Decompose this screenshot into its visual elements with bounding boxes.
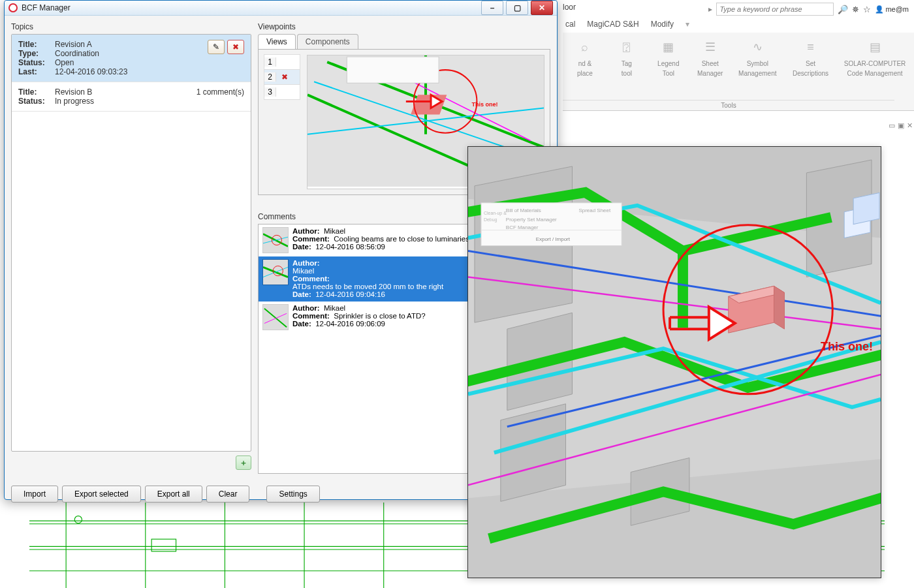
field-value: 12-04-2016 09:04:16 xyxy=(315,290,385,298)
field-value: In progress xyxy=(55,97,94,106)
ribbon-tool[interactable]: ∿SymbolManagement xyxy=(735,37,780,77)
pencil-icon: ✎ xyxy=(213,42,219,52)
minimize-button[interactable]: – xyxy=(481,1,503,15)
tool-icon: ☰ xyxy=(700,37,721,57)
tool-label: Legend xyxy=(657,60,679,67)
x-icon: ✖ xyxy=(281,72,288,82)
tool-icon: ▦ xyxy=(658,37,679,57)
ribbon-tool[interactable]: ⌕nd &place xyxy=(568,37,602,77)
svg-text:Bill of Materials: Bill of Materials xyxy=(506,208,541,213)
star-icon[interactable]: ☆ xyxy=(863,5,871,14)
maximize-button[interactable]: ▢ xyxy=(506,1,528,15)
field-value: 12-04-2016 08:56:09 xyxy=(315,243,385,251)
field-label: Author: xyxy=(292,259,320,267)
ribbon-tabs: cal MagiCAD S&H Modify ▾ xyxy=(563,18,914,33)
user-menu[interactable]: 👤 me@m xyxy=(875,5,909,14)
tool-label: Tool xyxy=(663,70,674,77)
title-bar[interactable]: BCF Manager – ▢ ✕ xyxy=(5,1,557,16)
view-row[interactable]: 3 xyxy=(264,84,300,100)
close-button[interactable]: ✕ xyxy=(531,1,553,15)
svg-rect-62 xyxy=(853,193,879,224)
svg-rect-23 xyxy=(347,57,439,83)
field-value: Revision A xyxy=(55,40,92,49)
tool-icon: ⌕ xyxy=(575,37,595,57)
chevron-right-icon: ▸ xyxy=(708,5,712,14)
svg-text:Clean-up &: Clean-up & xyxy=(484,211,507,216)
clear-button[interactable]: Clear xyxy=(206,486,250,503)
field-value: 12-04-2016 09:06:09 xyxy=(315,320,385,328)
ribbon-tool[interactable]: ☰SheetManager xyxy=(693,37,727,77)
comment-thumb xyxy=(262,227,289,253)
field-value: ATDs needs to be moved 200 mm to the rig… xyxy=(292,283,443,290)
view-row[interactable]: 1 xyxy=(264,54,300,70)
ribbon-tab[interactable]: cal xyxy=(565,20,575,29)
ribbon-tool[interactable]: ▤SOLAR-COMPUTERCode Management xyxy=(841,37,909,77)
view-number: 3 xyxy=(264,87,276,97)
edit-topic-button[interactable]: ✎ xyxy=(208,40,225,54)
settings-button[interactable]: Settings xyxy=(266,486,319,503)
add-topic-row: ＋ xyxy=(11,452,251,474)
main-3d-viewport[interactable]: Bill of Materials Property Set Manager B… xyxy=(467,146,881,578)
tool-label: place xyxy=(577,70,593,77)
delete-view-button[interactable]: ✖ xyxy=(277,71,292,83)
minimize-icon[interactable]: ▭ xyxy=(889,121,895,130)
field-value: Mikael xyxy=(324,304,345,312)
topic-item[interactable]: ✎ ✖ Title:Revision A Type:Coordination S… xyxy=(12,35,251,82)
dropdown-icon[interactable]: ▾ xyxy=(685,20,689,29)
field-label: Comment: xyxy=(292,235,330,243)
field-label: Author: xyxy=(292,304,320,312)
topics-panel: Topics ✎ ✖ Title:Revision A Type:Coordin… xyxy=(11,22,251,474)
field-value: 12-04-2016 09:03:23 xyxy=(55,67,127,76)
view-list: 1 2 ✖ 3 xyxy=(264,55,300,189)
svg-marker-41 xyxy=(501,404,566,502)
ribbon-tab[interactable]: Modify xyxy=(651,20,674,29)
topic-item[interactable]: 1 comment(s) Title:Revision B Status:In … xyxy=(12,82,251,112)
tab-views[interactable]: Views xyxy=(258,34,296,49)
viewport-widgets: ▭ ▣ ✕ xyxy=(889,121,913,130)
field-value: Cooling beams are to close to luminaries xyxy=(334,235,469,243)
svg-marker-46 xyxy=(774,286,785,329)
field-value: Coordination xyxy=(55,49,99,58)
search-input[interactable] xyxy=(716,3,834,16)
ribbon-body: ⌕nd &place ⍰Tagtool ▦LegendTool ☰SheetMa… xyxy=(563,33,914,111)
binoculars-icon[interactable]: 🔎 xyxy=(838,5,848,14)
tool-label: Management xyxy=(738,70,776,77)
plus-icon: ＋ xyxy=(240,457,247,469)
tool-label: Set xyxy=(806,60,815,67)
window-buttons: – ▢ ✕ xyxy=(480,1,557,15)
host-icons: 🔎 ✵ ☆ xyxy=(838,5,871,14)
ribbon-tool[interactable]: ▦LegendTool xyxy=(652,37,685,77)
svg-text:Property Set Manager: Property Set Manager xyxy=(506,217,557,223)
host-tab-floor[interactable]: loor xyxy=(563,3,576,12)
view-row[interactable]: 2 ✖ xyxy=(264,69,300,85)
ribbon-tab[interactable]: MagiCAD S&H xyxy=(587,20,638,29)
ribbon-tool[interactable]: ≡SetDescriptions xyxy=(788,37,833,77)
thumb-annotation: This one! xyxy=(471,101,497,108)
tab-components[interactable]: Components xyxy=(297,34,358,49)
tool-label: nd & xyxy=(578,60,592,67)
field-label: Status: xyxy=(18,97,55,106)
ribbon-tool[interactable]: ⍰Tagtool xyxy=(610,37,644,77)
export-all-button[interactable]: Export all xyxy=(145,486,202,503)
field-label: Last: xyxy=(18,67,55,76)
topics-label: Topics xyxy=(11,22,251,34)
field-label: Status: xyxy=(18,58,55,67)
delete-topic-button[interactable]: ✖ xyxy=(227,40,244,54)
close-icon[interactable]: ✕ xyxy=(907,121,913,130)
key-icon[interactable]: ✵ xyxy=(852,5,859,14)
ribbon-group-label: Tools xyxy=(563,100,894,109)
user-label: me@m xyxy=(885,5,909,13)
field-label: Title: xyxy=(18,40,55,49)
tool-icon: ∿ xyxy=(747,37,768,57)
comment-thumb xyxy=(262,259,289,285)
tool-label: tool xyxy=(622,70,632,77)
x-icon: ✖ xyxy=(232,42,239,52)
maximize-icon[interactable]: ▣ xyxy=(898,121,904,130)
tool-label: SOLAR-COMPUTER xyxy=(844,60,906,67)
comment-text: Author: Mikael Comment: Sprinkler is o c… xyxy=(292,304,426,330)
comment-text: Author: Mikael Comment: Cooling beams ar… xyxy=(292,227,469,253)
field-label: Author: xyxy=(292,227,320,235)
export-selected-button[interactable]: Export selected xyxy=(62,486,141,503)
add-topic-button[interactable]: ＋ xyxy=(236,456,251,470)
import-button[interactable]: Import xyxy=(11,486,58,503)
